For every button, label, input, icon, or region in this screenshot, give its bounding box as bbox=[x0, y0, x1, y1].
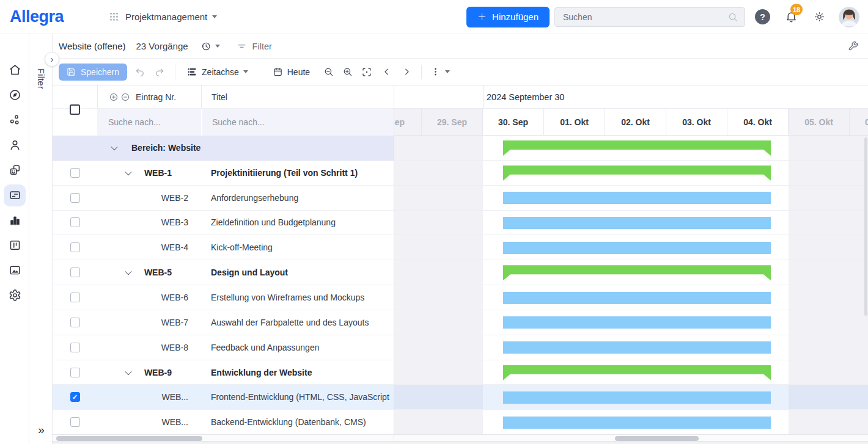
table-row[interactable]: WEB-3Zieldefinition und Budgetplanung bbox=[53, 211, 394, 236]
zoom-out-icon[interactable] bbox=[323, 67, 334, 78]
filter-icon bbox=[237, 41, 247, 51]
app-grid-icon[interactable] bbox=[109, 12, 119, 22]
zoom-in-icon[interactable] bbox=[342, 67, 353, 78]
row-checkbox[interactable] bbox=[70, 343, 80, 352]
entry-id: WEB-7 bbox=[161, 318, 188, 327]
row-checkbox[interactable] bbox=[70, 267, 80, 277]
gantt-bar-task[interactable] bbox=[503, 341, 771, 354]
horizontal-scroll-row bbox=[53, 434, 868, 441]
entry-no-search-input[interactable] bbox=[108, 117, 201, 127]
sidebar-item-reports[interactable] bbox=[0, 208, 29, 233]
sidebar-item-home[interactable] bbox=[0, 57, 29, 82]
sidebar-item-roles[interactable] bbox=[0, 158, 29, 183]
entry-id: WEB-9 bbox=[144, 368, 172, 377]
expand-filter-panel-button[interactable]: › bbox=[45, 52, 59, 67]
search-input[interactable] bbox=[563, 12, 727, 22]
sidebar-item-explore[interactable] bbox=[0, 82, 29, 107]
row-checkbox[interactable] bbox=[70, 368, 80, 377]
entry-title: Anforderungserhebung bbox=[211, 193, 298, 203]
table-row[interactable]: WEB-7Auswahl der Farbpalette und des Lay… bbox=[53, 310, 394, 335]
vertical-scrollbar-thumb[interactable] bbox=[864, 137, 867, 316]
help-button[interactable]: ? bbox=[755, 9, 770, 24]
gantt-bar-task[interactable] bbox=[503, 217, 771, 229]
table-row[interactable]: WEB-1Projektinitiierung (Teil von Schrit… bbox=[53, 161, 394, 186]
add-button[interactable]: Hinzufügen bbox=[466, 7, 550, 27]
table-row[interactable]: WEB-8Feedback und Anpassungen bbox=[53, 335, 394, 360]
row-checkbox[interactable] bbox=[70, 193, 80, 203]
sidebar-item-people[interactable] bbox=[0, 133, 29, 158]
table-scrollbar-track bbox=[53, 435, 394, 441]
entry-id: WEB... bbox=[161, 417, 188, 427]
notifications-button[interactable]: 18 bbox=[785, 10, 798, 23]
table-row[interactable]: WEB-6Erstellung von Wireframes und Mocku… bbox=[53, 285, 394, 310]
chevron-down-icon[interactable] bbox=[125, 368, 131, 374]
chevron-down-icon[interactable] bbox=[125, 268, 131, 275]
row-checkbox[interactable] bbox=[70, 392, 80, 402]
row-checkbox[interactable] bbox=[70, 318, 80, 327]
title-search-input[interactable] bbox=[212, 117, 394, 127]
gantt-scrollbar-thumb[interactable] bbox=[615, 436, 699, 441]
undo-icon[interactable] bbox=[134, 67, 145, 78]
timeline-label: Zeitachse bbox=[202, 67, 239, 77]
view-header: Website (offene) 23 Vorgänge Filter bbox=[53, 34, 868, 59]
scroll-left-icon[interactable] bbox=[382, 67, 391, 76]
gantt-bar-summary[interactable] bbox=[503, 140, 771, 156]
group-row[interactable]: Bereich: Website bbox=[53, 136, 394, 161]
entry-title: Feedback und Anpassungen bbox=[211, 343, 319, 352]
chevron-down-icon[interactable] bbox=[125, 169, 131, 175]
gantt-bar-task[interactable] bbox=[503, 242, 771, 254]
gantt-bar-task[interactable] bbox=[503, 292, 771, 304]
more-options-button[interactable] bbox=[430, 67, 450, 77]
sidebar-item-gallery[interactable] bbox=[0, 258, 29, 283]
gantt-bar-summary[interactable] bbox=[503, 265, 771, 280]
workspace-selector[interactable]: Projektmanagement bbox=[125, 12, 217, 22]
table-row[interactable]: WEB-5Design und Layout bbox=[53, 260, 394, 285]
table-header: Eintrag Nr. Titel bbox=[53, 86, 394, 109]
table-row[interactable]: WEB-9Entwicklung der Website bbox=[53, 360, 394, 385]
select-all-checkbox[interactable] bbox=[70, 104, 80, 115]
scroll-right-icon[interactable] bbox=[402, 67, 411, 76]
row-checkbox[interactable] bbox=[70, 168, 80, 178]
history-control[interactable] bbox=[200, 41, 220, 52]
chevron-down-icon[interactable] bbox=[111, 144, 117, 150]
gantt-bar-task[interactable] bbox=[503, 417, 771, 429]
sidebar-item-worklist[interactable] bbox=[0, 183, 29, 208]
wrench-icon[interactable] bbox=[848, 41, 858, 51]
day-header-cell: 05. Okt bbox=[789, 109, 850, 135]
collapse-all-icon[interactable] bbox=[120, 92, 130, 102]
gantt-bar-task[interactable] bbox=[503, 391, 771, 404]
fit-to-screen-icon[interactable] bbox=[361, 67, 372, 78]
table-row[interactable]: WEB...Frontend-Entwicklung (HTML, CSS, J… bbox=[53, 385, 394, 410]
theme-toggle-sun-icon[interactable] bbox=[814, 11, 825, 23]
collapse-sidebar-button[interactable]: » bbox=[38, 423, 43, 437]
table-row[interactable]: WEB-2Anforderungserhebung bbox=[53, 186, 394, 211]
today-label: Heute bbox=[287, 67, 310, 77]
save-button[interactable]: Speichern bbox=[59, 64, 127, 81]
sidebar-item-network[interactable] bbox=[0, 107, 29, 133]
row-checkbox[interactable] bbox=[70, 242, 80, 252]
row-checkbox[interactable] bbox=[70, 293, 80, 302]
filter-panel-label: Filter bbox=[36, 68, 46, 89]
gantt-bar-summary[interactable] bbox=[503, 365, 771, 380]
sidebar-item-settings[interactable] bbox=[0, 283, 29, 308]
gantt-chart: 2024 September 30 28. Sep29. Sep30. Sep0… bbox=[394, 86, 868, 434]
sidebar-item-kanban[interactable] bbox=[0, 233, 29, 258]
table-row[interactable]: WEB-4Kick-off-Meeting bbox=[53, 235, 394, 260]
gantt-row bbox=[394, 161, 868, 186]
topbar: Allegra Projektmanagement Hinzufügen ? 1… bbox=[0, 0, 868, 34]
avatar[interactable] bbox=[839, 7, 859, 27]
redo-icon[interactable] bbox=[154, 67, 165, 78]
kebab-icon bbox=[430, 67, 441, 77]
expand-all-icon[interactable] bbox=[109, 92, 119, 102]
gantt-bar-task[interactable] bbox=[503, 316, 771, 329]
filter-control[interactable]: Filter bbox=[237, 41, 272, 51]
row-checkbox[interactable] bbox=[70, 217, 80, 227]
timeline-mode-selector[interactable]: Zeitachse bbox=[186, 67, 248, 78]
table-scrollbar-thumb[interactable] bbox=[56, 436, 202, 441]
row-checkbox[interactable] bbox=[70, 417, 80, 427]
today-button[interactable]: Heute bbox=[273, 67, 310, 77]
gantt-bar-summary[interactable] bbox=[503, 166, 771, 181]
gantt-bar-task[interactable] bbox=[503, 192, 771, 204]
day-header-cell: 29. Sep bbox=[422, 109, 483, 135]
table-row[interactable]: WEB...Backend-Entwicklung (Datenbank, CM… bbox=[53, 410, 394, 434]
